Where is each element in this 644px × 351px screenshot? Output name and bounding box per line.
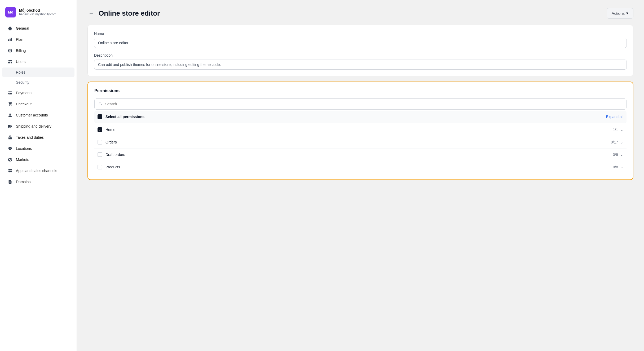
person-icon <box>7 112 13 118</box>
permission-row-draft-orders: Draft orders 0/9 ⌄ <box>94 148 627 161</box>
permissions-title: Permissions <box>94 88 627 93</box>
search-box[interactable] <box>94 98 627 110</box>
nav-section: General Plan Billing Users Roles Securit… <box>0 23 77 187</box>
select-all-right: Expand all <box>606 115 623 119</box>
permission-left-home: ✓ Home <box>98 127 115 132</box>
sidebar-item-checkout[interactable]: Checkout <box>2 99 74 109</box>
sidebar-item-security[interactable]: Security <box>2 78 74 87</box>
globe-icon <box>7 157 13 162</box>
sidebar: Mo Můj obchod bepawu-sc.myshopify.com Ge… <box>0 0 77 351</box>
permission-count-products: 0/8 <box>613 165 618 169</box>
sidebar-item-shipping-label: Shipping and delivery <box>16 124 51 128</box>
permission-right-orders: 0/17 ⌄ <box>611 140 623 144</box>
checkbox-products[interactable] <box>98 165 102 169</box>
sidebar-item-customer-accounts-label: Customer accounts <box>16 113 48 117</box>
chevron-home-icon[interactable]: ⌄ <box>620 128 623 132</box>
sidebar-item-locations-label: Locations <box>16 146 32 151</box>
checkbox-draft-orders[interactable] <box>98 152 102 157</box>
expand-all-button[interactable]: Expand all <box>606 115 623 119</box>
permission-left-orders: Orders <box>98 140 117 145</box>
sidebar-item-security-label: Security <box>16 80 29 84</box>
store-url: bepawu-sc.myshopify.com <box>19 12 56 16</box>
permission-left-products: Products <box>98 165 120 169</box>
sidebar-item-plan[interactable]: Plan <box>2 34 74 45</box>
search-input[interactable] <box>105 102 623 106</box>
page-header: ← Online store editor Actions ▾ <box>87 8 633 19</box>
sidebar-item-apps[interactable]: Apps and sales channels <box>2 165 74 176</box>
home-icon <box>7 26 13 31</box>
store-avatar: Mo <box>5 7 16 17</box>
minus-icon: — <box>98 115 102 118</box>
sidebar-item-domains[interactable]: Domains <box>2 177 74 187</box>
permission-row-orders: Orders 0/17 ⌄ <box>94 136 627 148</box>
cart-icon <box>7 101 13 107</box>
page-title-area: ← Online store editor <box>87 9 160 17</box>
permission-right-draft-orders: 0/9 ⌄ <box>613 152 623 157</box>
actions-label: Actions <box>612 11 625 16</box>
sidebar-item-roles-label: Roles <box>16 70 25 74</box>
checkbox-home[interactable]: ✓ <box>98 127 102 132</box>
chevron-down-icon: ▾ <box>626 11 628 16</box>
description-field-group: Description <box>94 53 627 70</box>
permission-name-draft-orders: Draft orders <box>105 152 125 157</box>
store-name: Můj obchod <box>19 8 56 12</box>
sidebar-item-apps-label: Apps and sales channels <box>16 169 57 173</box>
permission-name-home: Home <box>105 128 115 132</box>
page-title: Online store editor <box>99 9 160 17</box>
store-info: Můj obchod bepawu-sc.myshopify.com <box>19 8 56 16</box>
sidebar-item-billing-label: Billing <box>16 48 26 53</box>
permission-count-orders: 0/17 <box>611 140 618 144</box>
chevron-orders-icon[interactable]: ⌄ <box>620 140 623 144</box>
sidebar-item-payments[interactable]: Payments <box>2 88 74 98</box>
main-content: ← Online store editor Actions ▾ Name Des… <box>77 0 644 351</box>
sidebar-item-general[interactable]: General <box>2 23 74 34</box>
sidebar-item-customer-accounts[interactable]: Customer accounts <box>2 110 74 120</box>
sidebar-item-taxes[interactable]: Taxes and duties <box>2 132 74 143</box>
search-icon <box>98 101 103 107</box>
permission-count-home: 1/1 <box>613 128 618 132</box>
location-icon <box>7 146 13 151</box>
store-header[interactable]: Mo Můj obchod bepawu-sc.myshopify.com <box>0 4 77 23</box>
sidebar-item-general-label: General <box>16 26 29 30</box>
permissions-card: Permissions — Select all permissions Exp… <box>87 82 633 180</box>
domains-icon <box>7 179 13 184</box>
sidebar-item-roles[interactable]: Roles <box>2 68 74 77</box>
permission-left-draft-orders: Draft orders <box>98 152 125 157</box>
tax-icon <box>7 135 13 140</box>
actions-button[interactable]: Actions ▾ <box>607 8 633 19</box>
sidebar-item-payments-label: Payments <box>16 91 32 95</box>
sidebar-item-domains-label: Domains <box>16 180 30 184</box>
sidebar-item-locations[interactable]: Locations <box>2 143 74 154</box>
permission-row-products: Products 0/8 ⌄ <box>94 161 627 173</box>
select-all-row: — Select all permissions Expand all <box>94 111 627 123</box>
permission-right-home: 1/1 ⌄ <box>613 128 623 132</box>
billing-icon <box>7 48 13 53</box>
chevron-draft-orders-icon[interactable]: ⌄ <box>620 152 623 157</box>
permission-name-orders: Orders <box>105 140 117 144</box>
sidebar-item-checkout-label: Checkout <box>16 102 32 106</box>
permission-count-draft-orders: 0/9 <box>613 152 618 157</box>
users-icon <box>7 59 13 64</box>
check-icon: ✓ <box>99 128 101 131</box>
sidebar-item-taxes-label: Taxes and duties <box>16 135 44 140</box>
chevron-products-icon[interactable]: ⌄ <box>620 165 623 169</box>
permission-row-home: ✓ Home 1/1 ⌄ <box>94 124 627 136</box>
sidebar-item-users[interactable]: Users <box>2 56 74 67</box>
back-button[interactable]: ← <box>87 9 95 17</box>
checkbox-orders[interactable] <box>98 140 102 145</box>
sidebar-item-shipping[interactable]: Shipping and delivery <box>2 121 74 132</box>
payments-icon <box>7 90 13 96</box>
name-field-group: Name <box>94 32 627 48</box>
name-input[interactable] <box>94 38 627 48</box>
permission-name-products: Products <box>105 165 120 169</box>
sidebar-item-billing[interactable]: Billing <box>2 45 74 56</box>
name-label: Name <box>94 32 627 36</box>
chart-icon <box>7 37 13 42</box>
truck-icon <box>7 124 13 129</box>
sidebar-item-users-label: Users <box>16 60 26 64</box>
select-all-checkbox[interactable]: — <box>98 114 102 119</box>
name-description-card: Name Description <box>87 25 633 76</box>
description-input[interactable] <box>94 60 627 70</box>
permission-right-products: 0/8 ⌄ <box>613 165 623 169</box>
sidebar-item-markets[interactable]: Markets <box>2 154 74 165</box>
